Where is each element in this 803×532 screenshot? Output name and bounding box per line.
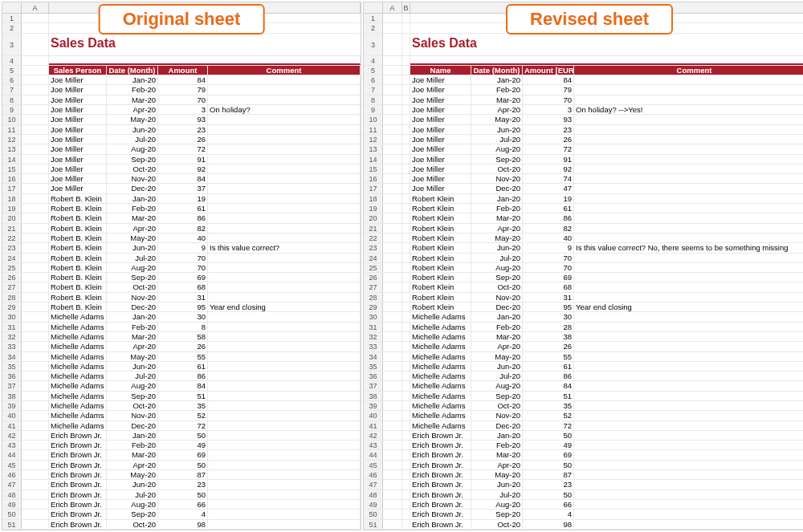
cell-amount[interactable]: 70 <box>158 254 208 262</box>
cell-amount[interactable]: 72 <box>158 421 208 430</box>
cell-blank[interactable] <box>402 470 410 479</box>
cell-amount[interactable]: 23 <box>523 480 574 489</box>
cell-amount[interactable]: 4 <box>523 510 574 518</box>
cell-blank[interactable] <box>22 411 49 420</box>
cell-date[interactable]: Sep-20 <box>107 155 158 164</box>
cell-blank[interactable] <box>402 411 410 420</box>
row-header[interactable]: 21 <box>2 224 22 233</box>
cell-amount[interactable]: 68 <box>158 282 208 291</box>
row-header[interactable]: 6 <box>2 75 22 84</box>
cell-blank[interactable] <box>402 14 410 22</box>
row-header[interactable]: 31 <box>2 323 22 331</box>
cell-comment[interactable] <box>574 401 803 410</box>
cell-amount[interactable]: 69 <box>158 273 208 282</box>
cell-amount[interactable]: 66 <box>523 500 574 509</box>
cell-comment[interactable] <box>208 234 361 242</box>
cell-person[interactable]: Michelle Adams <box>49 312 107 321</box>
cell-blank[interactable] <box>22 75 49 84</box>
cell-blank[interactable] <box>22 213 49 222</box>
sheet-title[interactable]: Sales Data <box>410 34 803 55</box>
row-header[interactable]: 51 <box>2 520 22 529</box>
row-header[interactable]: 3 <box>2 34 22 55</box>
cell-blank[interactable] <box>383 323 402 331</box>
cell-amount[interactable]: 9 <box>523 243 574 252</box>
row-header[interactable]: 27 <box>2 282 22 291</box>
cell-person[interactable]: Erich Brown Jr. <box>410 510 471 518</box>
cell-person[interactable]: Robert B. Klein <box>49 273 107 282</box>
cell-comment[interactable] <box>574 282 803 291</box>
select-all-corner[interactable] <box>364 2 383 13</box>
cell-amount[interactable]: 84 <box>158 75 208 84</box>
cell-amount[interactable]: 23 <box>158 125 208 134</box>
row-header[interactable]: 46 <box>364 470 383 479</box>
row-header[interactable]: 49 <box>2 500 22 509</box>
cell-amount[interactable]: 61 <box>158 204 208 213</box>
cell-amount[interactable]: 4 <box>158 510 208 518</box>
cell-blank[interactable] <box>402 303 410 311</box>
cell-date[interactable]: Aug-20 <box>471 263 523 272</box>
cell-blank[interactable] <box>402 480 410 489</box>
row-header[interactable]: 8 <box>364 95 383 104</box>
cell-date[interactable]: Aug-20 <box>471 381 523 390</box>
cell-comment[interactable] <box>208 224 361 233</box>
cell-blank[interactable] <box>383 234 402 242</box>
cell-blank[interactable] <box>383 194 402 203</box>
row-header[interactable]: 51 <box>364 520 383 529</box>
cell-person[interactable]: Erich Brown Jr. <box>410 461 471 469</box>
row-header[interactable]: 18 <box>364 194 383 203</box>
cell-amount[interactable]: 50 <box>523 431 574 440</box>
cell-amount[interactable]: 93 <box>523 115 574 124</box>
cell-blank[interactable] <box>383 381 402 390</box>
row-header[interactable]: 35 <box>2 362 22 371</box>
cell-date[interactable]: Mar-20 <box>107 95 158 104</box>
cell-amount[interactable]: 38 <box>523 332 574 341</box>
cell-person[interactable]: Erich Brown Jr. <box>410 450 471 459</box>
cell-blank[interactable] <box>22 362 49 371</box>
cell-blank[interactable] <box>402 125 410 134</box>
cell-blank[interactable] <box>383 312 402 321</box>
cell-date[interactable]: Jan-20 <box>471 312 523 321</box>
cell-blank[interactable] <box>22 263 49 272</box>
row-header[interactable]: 6 <box>364 75 383 84</box>
cell-person[interactable]: Erich Brown Jr. <box>49 470 107 479</box>
cell-blank[interactable] <box>22 34 49 55</box>
row-header[interactable]: 34 <box>364 352 383 361</box>
cell-date[interactable]: Aug-20 <box>107 500 158 509</box>
cell-amount[interactable]: 47 <box>523 184 574 193</box>
cell-person[interactable]: Joe Miller <box>410 75 471 84</box>
cell-blank[interactable] <box>402 164 410 173</box>
cell-date[interactable]: Feb-20 <box>471 85 523 94</box>
cell-amount[interactable]: 82 <box>158 224 208 233</box>
cell-date[interactable]: Apr-20 <box>471 342 523 351</box>
cell-person[interactable]: Robert B. Klein <box>49 243 107 252</box>
row-header[interactable]: 4 <box>2 56 22 65</box>
cell-blank[interactable] <box>383 115 402 124</box>
cell-comment[interactable] <box>574 441 803 449</box>
cell-blank[interactable] <box>383 490 402 499</box>
row-header[interactable]: 12 <box>2 135 22 144</box>
cell-blank[interactable] <box>22 184 49 193</box>
row-header[interactable]: 10 <box>2 115 22 124</box>
cell-comment[interactable] <box>574 125 803 134</box>
cell-amount[interactable]: 26 <box>158 135 208 144</box>
cell-comment[interactable] <box>208 263 361 272</box>
cell-blank[interactable] <box>402 144 410 153</box>
cell-blank[interactable] <box>402 421 410 430</box>
cell-date[interactable]: Feb-20 <box>107 441 158 449</box>
cell-comment[interactable] <box>574 135 803 144</box>
cell-blank[interactable] <box>22 441 49 449</box>
cell-comment[interactable] <box>574 450 803 459</box>
cell-blank[interactable] <box>22 372 49 380</box>
cell-blank[interactable] <box>383 282 402 291</box>
row-header[interactable]: 45 <box>364 461 383 469</box>
cell-blank[interactable] <box>402 66 410 75</box>
cell-blank[interactable] <box>402 332 410 341</box>
cell-amount[interactable]: 61 <box>523 204 574 213</box>
row-header[interactable]: 2 <box>364 23 383 32</box>
cell-blank[interactable] <box>22 144 49 153</box>
cell-person[interactable]: Michelle Adams <box>49 342 107 351</box>
cell-date[interactable]: Apr-20 <box>471 461 523 469</box>
cell-person[interactable]: Joe Miller <box>49 115 107 124</box>
cell-date[interactable]: Jun-20 <box>471 362 523 371</box>
cell-amount[interactable]: 35 <box>523 401 574 410</box>
